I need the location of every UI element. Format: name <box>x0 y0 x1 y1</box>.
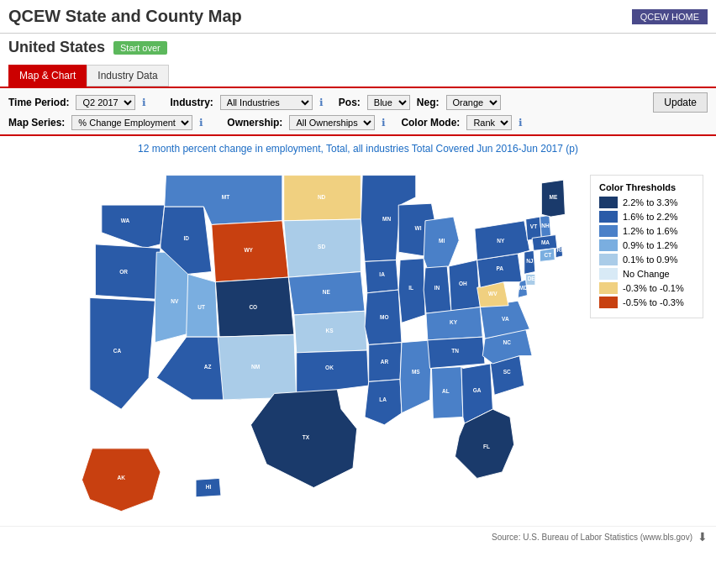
legend-item: No Change <box>599 268 694 280</box>
region-title: United States <box>8 39 105 56</box>
state-nm[interactable] <box>218 334 296 400</box>
legend-title: Color Thresholds <box>599 182 694 192</box>
source-text: Source: U.S. Bureau of Labor Statistics … <box>492 533 692 542</box>
map-series-label: Map Series: <box>8 117 65 129</box>
legend-label: 1.6% to 2.2% <box>623 212 677 222</box>
neg-select[interactable]: Orange <box>446 95 501 110</box>
legend-item: 0.1% to 0.9% <box>599 254 694 265</box>
legend-item: -0.5% to -0.3% <box>599 297 694 308</box>
industry-label: Industry: <box>170 97 213 108</box>
legend-label: -0.3% to -0.1% <box>623 283 684 293</box>
time-period-label: Time Period: <box>8 97 69 108</box>
color-mode-select[interactable]: Rank <box>466 115 512 130</box>
state-oh[interactable] <box>449 260 480 312</box>
legend-label: No Change <box>623 269 670 279</box>
state-de[interactable] <box>526 274 535 285</box>
map-series-info-icon[interactable]: ℹ <box>199 117 203 129</box>
state-ct[interactable] <box>540 249 555 262</box>
legend-swatch <box>599 225 618 237</box>
source-bar: Source: U.S. Bureau of Labor Statistics … <box>0 526 716 547</box>
tabs-bar: Map & Chart Industry Data <box>0 61 716 88</box>
legend-swatch <box>599 297 618 308</box>
state-nj[interactable] <box>524 250 535 274</box>
page-header: QCEW State and County Map QCEW HOME <box>0 0 716 34</box>
legend-label: 2.2% to 3.3% <box>623 197 677 207</box>
state-ms[interactable] <box>400 340 431 413</box>
legend-label: 0.9% to 1.2% <box>623 240 677 250</box>
state-wa[interactable] <box>102 205 165 248</box>
legend-label: 1.2% to 1.6% <box>623 226 677 236</box>
tab-map-chart[interactable]: Map & Chart <box>8 65 87 87</box>
legend-item: -0.3% to -0.1% <box>599 282 694 294</box>
state-ca[interactable] <box>90 297 155 409</box>
pos-label: Pos: <box>339 97 361 108</box>
state-md[interactable] <box>518 280 527 298</box>
state-al[interactable] <box>431 367 462 419</box>
start-over-button[interactable]: Start over <box>113 41 167 55</box>
state-nd[interactable] <box>284 176 361 221</box>
state-co[interactable] <box>215 277 293 337</box>
state-mi[interactable] <box>424 217 459 270</box>
legend-swatch <box>599 282 618 294</box>
state-ak[interactable] <box>82 449 161 512</box>
legend-swatch <box>599 254 618 265</box>
legend-items: 2.2% to 3.3%1.6% to 2.2%1.2% to 1.6%0.9%… <box>599 197 694 308</box>
color-mode-info-icon[interactable]: ℹ <box>519 117 523 129</box>
state-nh[interactable] <box>540 215 550 238</box>
map-area: WA OR CA NV ID MT WY UT CO AZ <box>0 158 716 526</box>
state-or[interactable] <box>95 244 161 299</box>
legend-item: 1.6% to 2.2% <box>599 211 694 223</box>
state-mo[interactable] <box>365 290 402 344</box>
legend-label: 0.1% to 0.9% <box>623 255 677 265</box>
state-ar[interactable] <box>369 343 402 382</box>
state-ks[interactable] <box>294 311 367 353</box>
state-la[interactable] <box>365 380 402 425</box>
qcew-home-button[interactable]: QCEW HOME <box>632 9 708 24</box>
state-tx[interactable] <box>250 390 356 488</box>
industry-select[interactable]: All Industries <box>220 95 313 110</box>
state-ne[interactable] <box>288 272 365 315</box>
map-title: 12 month percent change in employment, T… <box>0 136 716 158</box>
ownership-info-icon[interactable]: ℹ <box>382 117 386 129</box>
map-series-select[interactable]: % Change Employment <box>71 115 192 130</box>
subheader: United States Start over <box>0 34 716 61</box>
state-tn[interactable] <box>428 337 485 368</box>
time-period-select[interactable]: Q2 2017 <box>76 95 135 110</box>
update-button[interactable]: Update <box>653 92 708 113</box>
legend-swatch <box>599 239 618 251</box>
state-ky[interactable] <box>426 307 482 340</box>
legend-item: 1.2% to 1.6% <box>599 225 694 237</box>
state-hi[interactable] <box>196 478 221 496</box>
legend-item: 0.9% to 1.2% <box>599 239 694 251</box>
color-mode-label: Color Mode: <box>401 117 460 129</box>
tab-industry-data[interactable]: Industry Data <box>87 65 168 87</box>
controls-panel: Time Period: Q2 2017 ℹ Industry: All Ind… <box>0 88 716 136</box>
state-sd[interactable] <box>284 219 361 277</box>
page-title: QCEW State and County Map <box>8 7 242 26</box>
time-period-info-icon[interactable]: ℹ <box>142 97 146 108</box>
state-wy[interactable] <box>212 221 289 282</box>
legend-swatch <box>599 211 618 223</box>
state-ri[interactable] <box>555 247 562 258</box>
ownership-label: Ownership: <box>227 117 282 129</box>
legend-label: -0.5% to -0.3% <box>623 297 684 307</box>
legend-item: 2.2% to 3.3% <box>599 197 694 208</box>
state-ut[interactable] <box>187 274 218 337</box>
state-il[interactable] <box>398 259 425 323</box>
state-me[interactable] <box>541 180 565 217</box>
state-ia[interactable] <box>365 260 398 293</box>
download-icon[interactable]: ⬇ <box>698 530 708 543</box>
industry-info-icon[interactable]: ℹ <box>319 97 324 108</box>
pos-select[interactable]: Blue <box>367 95 410 110</box>
legend: Color Thresholds 2.2% to 3.3%1.6% to 2.2… <box>590 175 703 318</box>
ownership-select[interactable]: All Ownerships <box>289 115 375 130</box>
state-ny[interactable] <box>475 221 529 260</box>
state-in[interactable] <box>424 266 451 313</box>
neg-label: Neg: <box>417 97 440 108</box>
legend-swatch <box>599 268 618 280</box>
legend-swatch <box>599 197 618 208</box>
